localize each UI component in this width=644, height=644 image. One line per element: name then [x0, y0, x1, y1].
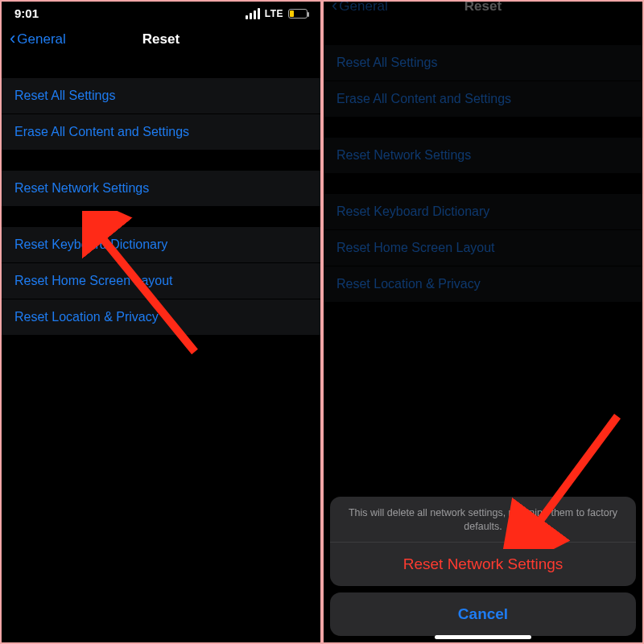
status-bar: 9:01 LTE [2, 2, 320, 22]
cell-reset-location-privacy[interactable]: Reset Location & Privacy [2, 299, 320, 335]
settings-group: Reset Network Settings [324, 138, 642, 173]
nav-bar: ‹ General Reset [2, 22, 320, 57]
action-sheet-block: This will delete all network settings, r… [330, 497, 636, 586]
page-title: Reset [2, 31, 320, 47]
action-sheet: This will delete all network settings, r… [330, 497, 636, 636]
cell-reset-all-settings[interactable]: Reset All Settings [2, 78, 320, 114]
cell-reset-home-screen-layout[interactable]: Reset Home Screen Layout [324, 230, 642, 266]
settings-group: Reset All Settings Erase All Content and… [2, 78, 320, 150]
cell-reset-location-privacy[interactable]: Reset Location & Privacy [324, 266, 642, 302]
cancel-button[interactable]: Cancel [330, 592, 636, 636]
signal-icon [246, 8, 260, 19]
page-title: Reset [324, 0, 642, 14]
settings-group: Reset Network Settings [2, 171, 320, 206]
network-indicator: LTE [265, 8, 283, 19]
status-time: 9:01 [14, 6, 39, 20]
settings-group: Reset All Settings Erase All Content and… [324, 45, 642, 117]
cell-reset-all-settings[interactable]: Reset All Settings [324, 45, 642, 81]
cell-reset-network-settings[interactable]: Reset Network Settings [324, 138, 642, 173]
cell-erase-all-content[interactable]: Erase All Content and Settings [2, 114, 320, 150]
cell-reset-keyboard-dictionary[interactable]: Reset Keyboard Dictionary [2, 227, 320, 263]
home-indicator[interactable] [435, 635, 531, 639]
reset-network-settings-confirm-button[interactable]: Reset Network Settings [330, 542, 636, 586]
screenshot-right: ‹ General Reset Reset All Settings Erase… [322, 0, 644, 644]
settings-group: Reset Keyboard Dictionary Reset Home Scr… [324, 194, 642, 302]
settings-group: Reset Keyboard Dictionary Reset Home Scr… [2, 227, 320, 335]
screenshot-left: 9:01 LTE ‹ General Reset Reset All Setti… [0, 0, 322, 644]
cell-reset-home-screen-layout[interactable]: Reset Home Screen Layout [2, 263, 320, 299]
cell-reset-network-settings[interactable]: Reset Network Settings [2, 171, 320, 206]
action-sheet-message: This will delete all network settings, r… [330, 497, 636, 542]
nav-bar: ‹ General Reset [324, 0, 642, 24]
battery-icon [288, 9, 308, 19]
cell-reset-keyboard-dictionary[interactable]: Reset Keyboard Dictionary [324, 194, 642, 230]
cell-erase-all-content[interactable]: Erase All Content and Settings [324, 81, 642, 117]
